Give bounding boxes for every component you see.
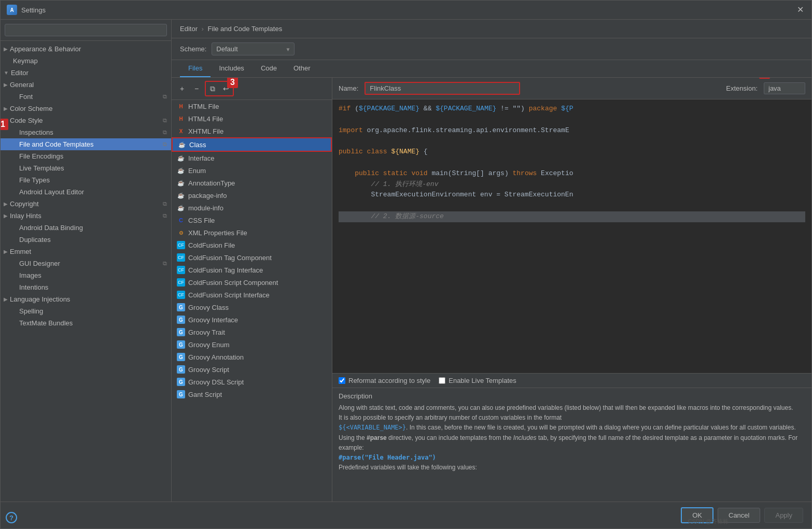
- sidebar-item-inlay-hints[interactable]: ▶ Inlay Hints ⧉: [1, 210, 171, 222]
- list-item[interactable]: ☕ package-info: [172, 189, 332, 202]
- sidebar-item-label: Intentions: [19, 283, 48, 291]
- tab-code[interactable]: Code: [253, 60, 285, 77]
- list-item[interactable]: C CSS File: [172, 214, 332, 226]
- list-item[interactable]: G Groovy DSL Script: [172, 376, 332, 388]
- file-item-label: ColdFusion Script Interface: [188, 291, 270, 299]
- copy-icon: ⧉: [163, 212, 167, 219]
- sidebar-item-label: General: [10, 81, 34, 89]
- sidebar-item-copyright[interactable]: ▶ Copyright ⧉: [1, 198, 171, 210]
- desc-para-1: Along with static text, code and comment…: [339, 403, 805, 413]
- scheme-select[interactable]: Default Project: [212, 42, 295, 55]
- sidebar-item-general[interactable]: ▶ General: [1, 79, 171, 91]
- sidebar-item-editor[interactable]: ▼ Editor: [1, 67, 171, 79]
- annotation-3: 3: [227, 78, 238, 88]
- list-item[interactable]: G Groovy Enum: [172, 338, 332, 351]
- cf-icon: CF: [177, 266, 185, 274]
- sidebar-item-label: Emmet: [10, 248, 31, 255]
- copy-icon: ⧉: [163, 260, 167, 267]
- chevron-icon: ▶: [4, 106, 8, 111]
- sidebar-item-file-code-templates[interactable]: File and Code Templates ⧉: [1, 138, 171, 150]
- file-item-label: ColdFusion Script Component: [188, 279, 278, 287]
- list-item[interactable]: G Groovy Annotation: [172, 351, 332, 363]
- sidebar-item-label: Language Injections: [10, 295, 70, 303]
- reformat-checkbox-wrap[interactable]: Reformat according to style: [339, 377, 430, 384]
- list-item[interactable]: CF ColdFusion File: [172, 239, 332, 251]
- chevron-icon: ▶: [4, 82, 8, 88]
- file-item-label: package-info: [188, 192, 227, 199]
- editor-pane: Name: 4 Extension: #if (${PACKAGE_NAME} …: [332, 78, 811, 502]
- search-wrap: 🔍: [5, 24, 167, 36]
- description-text: Along with static text, code and comment…: [339, 403, 805, 473]
- java-icon: ☕: [177, 166, 185, 175]
- sidebar-item-file-types[interactable]: File Types: [1, 174, 171, 186]
- title-bar-left: A Settings: [7, 5, 46, 15]
- sidebar-item-color-scheme[interactable]: ▶ Color Scheme: [1, 103, 171, 115]
- sidebar-item-spelling[interactable]: Spelling: [1, 305, 171, 317]
- sidebar-item-appearance[interactable]: ▶ Appearance & Behavior: [1, 43, 171, 55]
- sidebar-item-images[interactable]: Images: [1, 269, 171, 281]
- copy-button[interactable]: ⧉: [206, 82, 219, 95]
- tab-files[interactable]: Files: [180, 60, 211, 77]
- sidebar-item-lang-inject[interactable]: ▶ Language Injections: [1, 293, 171, 305]
- file-list-toolbar: + − ⧉ ↩ 3: [172, 78, 332, 100]
- list-item[interactable]: ⚙ XML Properties File: [172, 226, 332, 239]
- list-item[interactable]: G Groovy Script: [172, 363, 332, 376]
- ext-input[interactable]: [764, 82, 805, 94]
- list-item[interactable]: H HTML4 File: [172, 112, 332, 125]
- list-item[interactable]: G Groovy Trait: [172, 326, 332, 338]
- live-templates-checkbox-wrap[interactable]: Enable Live Templates: [439, 377, 516, 384]
- groovy-icon: G: [177, 365, 185, 374]
- tab-includes[interactable]: Includes: [211, 60, 252, 77]
- list-item[interactable]: G Groovy Class: [172, 301, 332, 313]
- java-icon: ☕: [177, 154, 185, 162]
- list-item-class[interactable]: ☕ Class 2: [172, 137, 332, 152]
- sidebar-item-keymap[interactable]: Keymap: [1, 55, 171, 67]
- tab-other[interactable]: Other: [285, 60, 319, 77]
- list-item[interactable]: H HTML File: [172, 100, 332, 112]
- list-item[interactable]: X XHTML File: [172, 125, 332, 137]
- list-item[interactable]: ☕ module-info: [172, 202, 332, 214]
- sidebar-item-android-data[interactable]: Android Data Binding: [1, 222, 171, 234]
- list-item[interactable]: ☕ Interface: [172, 152, 332, 164]
- sidebar-item-emmet[interactable]: ▶ Emmet: [1, 246, 171, 258]
- parse-example: #parse("File Header.java"): [339, 454, 436, 461]
- sidebar-item-intentions[interactable]: Intentions: [1, 281, 171, 293]
- file-item-label: XML Properties File: [188, 229, 247, 237]
- desc-para-2: It is also possible to specify an arbitr…: [339, 413, 805, 423]
- name-input[interactable]: [365, 82, 520, 95]
- list-item[interactable]: G Groovy Interface: [172, 313, 332, 326]
- remove-button[interactable]: −: [190, 82, 203, 95]
- sidebar-item-duplicates[interactable]: Duplicates: [1, 234, 171, 246]
- description-section: Description Along with static text, code…: [332, 388, 811, 502]
- list-item[interactable]: CF ColdFusion Tag Interface: [172, 264, 332, 276]
- live-templates-checkbox[interactable]: [439, 377, 445, 384]
- sidebar-item-inspections[interactable]: Inspections ⧉: [1, 126, 171, 138]
- reformat-checkbox[interactable]: [339, 377, 345, 384]
- file-item-label: ColdFusion File: [188, 241, 235, 249]
- file-item-label: Groovy Trait: [188, 328, 225, 336]
- cf-icon: CF: [177, 291, 185, 299]
- list-item[interactable]: CF ColdFusion Tag Component: [172, 251, 332, 264]
- list-item[interactable]: ☕ Enum: [172, 164, 332, 177]
- apply-button[interactable]: Apply: [764, 508, 803, 523]
- sidebar-item-file-encodings[interactable]: File Encodings: [1, 150, 171, 162]
- sidebar-item-live-templates[interactable]: Live Templates: [1, 162, 171, 174]
- list-item[interactable]: G Gant Script: [172, 388, 332, 401]
- add-button[interactable]: +: [176, 82, 188, 95]
- list-item[interactable]: CF ColdFusion Script Interface: [172, 289, 332, 301]
- settings-dialog: A Settings ✕ 🔍 ▶ Appearance & Behavior: [0, 0, 812, 529]
- sidebar-item-code-style[interactable]: ▶ Code Style ⧉ 1: [1, 115, 171, 126]
- breadcrumb-sep: ›: [202, 25, 204, 33]
- html-icon: H: [177, 102, 185, 110]
- sidebar-item-android-layout[interactable]: Android Layout Editor: [1, 186, 171, 198]
- sidebar-item-font[interactable]: Font ⧉: [1, 91, 171, 103]
- code-line: import org.apache.flink.streaming.api.en…: [339, 125, 805, 136]
- search-input[interactable]: [5, 24, 167, 36]
- sidebar-item-textmate[interactable]: TextMate Bundles: [1, 317, 171, 329]
- help-button[interactable]: ?: [6, 512, 17, 523]
- close-button[interactable]: ✕: [797, 6, 805, 14]
- list-item[interactable]: ☕ AnnotationType: [172, 177, 332, 189]
- sidebar-item-gui-designer[interactable]: GUI Designer ⧉: [1, 258, 171, 269]
- code-editor[interactable]: #if (${PACKAGE_NAME} && ${PACKAGE_NAME} …: [332, 99, 811, 373]
- list-item[interactable]: CF ColdFusion Script Component: [172, 276, 332, 289]
